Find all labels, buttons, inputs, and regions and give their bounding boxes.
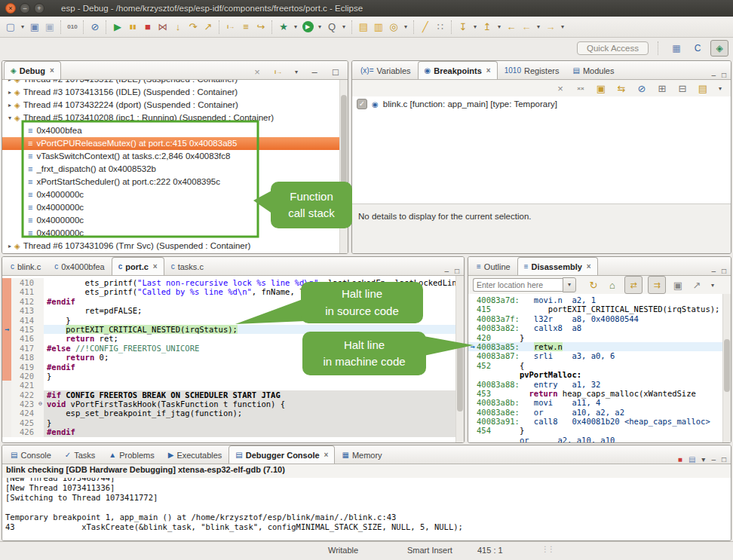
back-icon[interactable]: ←	[505, 20, 518, 35]
quick-access-field[interactable]: Quick Access	[577, 41, 649, 55]
close-icon[interactable]: ×	[153, 262, 158, 271]
minimize-icon[interactable]: –	[711, 267, 716, 275]
chevron-right-icon[interactable]: ▸	[5, 80, 14, 86]
source-line-417[interactable]: 417#else //!CONFIG_FREERTOS_UNICORE	[2, 344, 464, 353]
stack-frame-row[interactable]: ≡_frxt_dispatch() at 0x4008532b	[2, 163, 348, 176]
tab-breakpoints[interactable]: ◉Breakpoints×	[418, 61, 498, 79]
disassembly-line[interactable]: 40083a8e: or a10, a2, a2	[468, 408, 731, 417]
show-breakpoints-for-selection-icon[interactable]: ▣	[594, 81, 608, 96]
stack-frame-row[interactable]: ≡xPortStartScheduler() at port.c:222 0x4…	[2, 176, 348, 188]
source-line-419[interactable]: 419#endif	[2, 363, 464, 372]
tab-console[interactable]: ▤Console	[4, 445, 58, 464]
source-line-410[interactable]: 410 ets_printf("Last non-recursive lock …	[2, 278, 464, 287]
chevron-down-icon[interactable]: ▾	[5, 112, 14, 124]
stack-frame-row[interactable]: ≡0x4000000c	[2, 227, 348, 240]
minimize-icon[interactable]: –	[711, 71, 716, 79]
home-icon[interactable]: ⌂	[606, 277, 619, 292]
suspend-icon[interactable]: ▮▮	[126, 20, 140, 35]
disassembly-line[interactable]: 40083a7d: movi.n a2, 1	[468, 295, 731, 304]
chevron-right-icon[interactable]: ▸	[5, 86, 14, 99]
skip-all-breakpoints-toggle-icon[interactable]: ⊘	[635, 81, 649, 96]
forward-dropdown-icon[interactable]: ▾	[559, 20, 566, 35]
close-icon[interactable]: ×	[324, 451, 329, 459]
location-input[interactable]	[473, 278, 563, 292]
tab-debugger-console[interactable]: ▤Debugger Console×	[228, 445, 335, 464]
tab-debug[interactable]: ◈ Debug ×	[4, 61, 61, 79]
link-with-debug-view-icon[interactable]: ⇆	[615, 81, 628, 96]
disassembly-line[interactable]: 40083a82: callx8 a8	[468, 323, 731, 332]
window-close-button[interactable]: ×	[5, 3, 16, 14]
source-line-423[interactable]: 423⊖void vPortFirstTaskHook(TaskFunction…	[2, 399, 464, 409]
stack-frame-row[interactable]: ≡0x4000000c	[2, 214, 348, 227]
stack-frame-row[interactable]: ≡vTaskSwitchContext() at tasks.c:2,846 0…	[2, 150, 348, 163]
tab-outline[interactable]: ≡Outline	[470, 257, 517, 275]
source-line-418[interactable]: 418 return 0;	[2, 353, 464, 362]
breakpoint-checkbox[interactable]: ✓	[357, 99, 367, 109]
tab-problems[interactable]: ▲Problems	[102, 445, 161, 464]
source-line-416[interactable]: 416 return ret;	[2, 334, 464, 343]
mark-occurrences-icon[interactable]: ╱	[419, 20, 432, 35]
close-icon[interactable]: ×	[587, 262, 591, 271]
thread-row[interactable]: ▸◈Thread #2 1073415512 (IDLE) (Suspended…	[2, 80, 348, 86]
source-line-415[interactable]: →415 portEXIT_CRITICAL_NESTED(irqStatus)…	[2, 325, 464, 334]
pin-view-icon[interactable]: ↗	[690, 277, 704, 292]
profile-icon[interactable]: Q	[325, 20, 339, 35]
disassembly-line[interactable]: 40083a7f: l32r a8, 0x40080544	[468, 314, 731, 323]
disassembly-listing[interactable]: 40083a7d: movi.n a2, 1415 portEXIT_CRITI…	[468, 294, 731, 442]
tab-disassembly[interactable]: ≡Disassembly×	[517, 257, 598, 275]
show-source-columns-icon[interactable]: ≡	[239, 20, 253, 35]
chevron-right-icon[interactable]: ▸	[5, 99, 14, 112]
collapse-all-icon[interactable]: ⊟	[676, 81, 689, 96]
back-dropdown-icon[interactable]: ▾	[535, 20, 542, 35]
run-dropdown-icon[interactable]: ▾	[316, 20, 324, 35]
editor-scrollbar[interactable]	[455, 276, 464, 442]
source-line-420[interactable]: 420}	[2, 372, 464, 381]
refresh-icon[interactable]: ↻	[587, 277, 600, 292]
tab-tasks-c[interactable]: ctasks.c	[164, 257, 210, 275]
disassembly-line[interactable]: pvPortMalloc:	[468, 370, 731, 379]
search-icon[interactable]: ◎	[387, 20, 400, 35]
tab-modules[interactable]: ▤Modules	[566, 61, 621, 79]
disassembly-scrollbar[interactable]	[722, 294, 731, 442]
stack-frame-row[interactable]: ≡0x4000000c	[2, 201, 348, 214]
step-over-icon[interactable]: ↷	[186, 20, 200, 35]
save-icon[interactable]: ▣	[28, 20, 41, 35]
use-step-filters-icon[interactable]: ↪	[254, 20, 268, 35]
chevron-right-icon[interactable]: ▸	[5, 240, 14, 252]
source-line-413[interactable]: 413 ret=pdFALSE;	[2, 306, 464, 315]
binary-file-icon[interactable]: 010	[66, 20, 79, 35]
disassembly-line[interactable]: 415 portEXIT_CRITICAL_NESTED(irqStatus);	[468, 304, 731, 314]
maximize-icon[interactable]: □	[722, 267, 726, 275]
track-expression-icon[interactable]: ⇄	[624, 276, 643, 294]
source-line-421[interactable]: 421	[2, 381, 464, 390]
profile-dropdown-icon[interactable]: ▾	[340, 20, 348, 35]
tab-executables[interactable]: ▶Executables	[161, 445, 229, 464]
thread-row[interactable]: ▾◈Thread #5 1073410208 (ipc1 : Running) …	[2, 112, 348, 124]
open-resource-icon[interactable]: ▥	[372, 20, 385, 35]
instruction-stepping-toggle-icon[interactable]: i→	[271, 64, 285, 79]
maximize-icon[interactable]: □	[455, 267, 459, 275]
disassembly-line[interactable]: 40083a87: srli a3, a0, 6	[468, 351, 731, 360]
debug-perspective-icon[interactable]: ◈	[710, 40, 728, 57]
debug-icon[interactable]: ★	[277, 20, 290, 35]
disassembly-line[interactable]: 40083a91: call8 0x40081b20 <heap_caps_ma…	[468, 417, 731, 426]
location-dropdown[interactable]: ▾	[563, 277, 576, 292]
resume-icon[interactable]: ▶	[111, 20, 124, 35]
source-line-422[interactable]: 422#if CONFIG_FREERTOS_BREAK_ON_SCHEDULE…	[2, 390, 464, 399]
thread-row[interactable]: ▸◈Thread #6 1073431096 (Tmr Svc) (Suspen…	[2, 240, 348, 252]
console-output[interactable]: [New Thread 1073468744][New Thread 10734…	[2, 478, 731, 540]
previous-edit-dropdown-icon[interactable]: ▾	[495, 20, 503, 35]
stack-frame-row[interactable]: ≡vPortCPUReleaseMutex() at port.c:415 0x…	[2, 137, 348, 150]
open-new-view-icon[interactable]: ▣	[671, 277, 685, 292]
minimize-icon[interactable]: –	[308, 64, 321, 79]
breakpoint-row[interactable]: ✓ ◉ blink.c [function: app_main] [type: …	[352, 96, 731, 112]
tab-port-c[interactable]: cport.c×	[112, 257, 164, 275]
new-wizard-icon[interactable]: ▢	[4, 20, 17, 35]
tab-tasks[interactable]: ✓Tasks	[58, 445, 103, 464]
terminate-console-icon[interactable]: ■	[678, 455, 682, 464]
maximize-icon[interactable]: □	[722, 71, 726, 79]
source-line-426[interactable]: 426#endif	[2, 427, 464, 436]
tab-registers[interactable]: 1010Registers	[498, 61, 566, 79]
sync-with-active-context-icon[interactable]: ⇉	[648, 276, 666, 294]
forward-history-icon[interactable]: →	[544, 20, 557, 35]
